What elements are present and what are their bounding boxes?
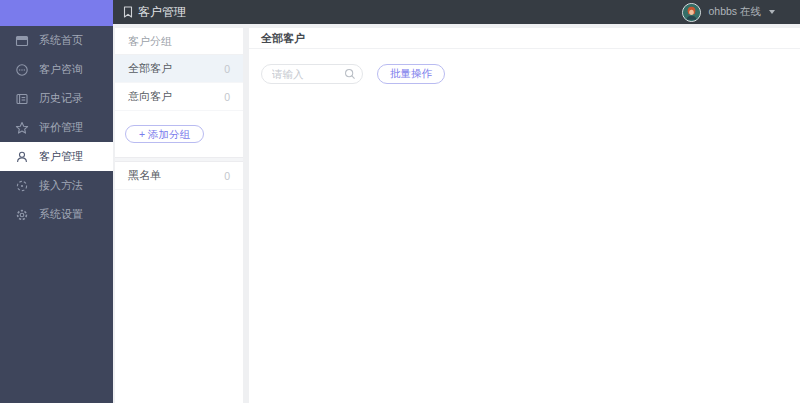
plugin-icon bbox=[15, 179, 29, 193]
group-item-blacklist[interactable]: 黑名单 0 bbox=[115, 162, 243, 190]
sidebar-item-label: 系统首页 bbox=[39, 33, 83, 48]
main-content: 全部客户 批量操作 bbox=[249, 28, 800, 403]
sidebar-item-label: 历史记录 bbox=[39, 91, 83, 106]
top-header: 客户管理 ohbbs 在线 bbox=[113, 0, 800, 24]
notebook-icon bbox=[15, 92, 29, 106]
star-icon bbox=[15, 121, 29, 135]
caret-down-icon bbox=[769, 10, 775, 14]
group-count: 0 bbox=[224, 91, 230, 103]
page-title: 客户管理 bbox=[138, 4, 186, 21]
add-group-area: + 添加分组 bbox=[115, 111, 243, 157]
sidebar-item-label: 系统设置 bbox=[39, 207, 83, 222]
user-icon bbox=[15, 150, 29, 164]
sidebar-item-review-management[interactable]: 评价管理 bbox=[0, 113, 113, 142]
group-label: 全部客户 bbox=[128, 61, 172, 76]
batch-actions-button[interactable]: 批量操作 bbox=[377, 64, 445, 84]
toolbar: 批量操作 bbox=[249, 49, 800, 84]
bookmark-icon bbox=[123, 6, 133, 18]
logo-block bbox=[0, 0, 113, 26]
page-title-wrap: 客户管理 bbox=[113, 4, 186, 21]
add-group-button[interactable]: + 添加分组 bbox=[125, 125, 204, 143]
avatar bbox=[682, 3, 701, 22]
main-title: 全部客户 bbox=[249, 28, 800, 49]
sidebar-item-label: 客户管理 bbox=[39, 149, 83, 164]
sidebar-item-history[interactable]: 历史记录 bbox=[0, 84, 113, 113]
group-item-intent-customers[interactable]: 意向客户 0 bbox=[115, 83, 243, 111]
gear-icon bbox=[15, 208, 29, 222]
search-box bbox=[261, 64, 363, 84]
group-item-all-customers[interactable]: 全部客户 0 bbox=[115, 55, 243, 83]
chat-circle-icon bbox=[15, 63, 29, 77]
username-status: ohbbs 在线 bbox=[708, 5, 761, 19]
sidebar: 系统首页 客户咨询 历史记录 评价管理 客户管理 接入方法 系统 bbox=[0, 0, 113, 403]
search-icon[interactable] bbox=[344, 68, 356, 80]
group-label: 意向客户 bbox=[128, 89, 172, 104]
sidebar-item-access-method[interactable]: 接入方法 bbox=[0, 171, 113, 200]
window-icon bbox=[15, 34, 29, 48]
group-count: 0 bbox=[224, 170, 230, 182]
group-label: 黑名单 bbox=[128, 168, 161, 183]
sidebar-item-label: 接入方法 bbox=[39, 178, 83, 193]
sidebar-item-customer-management[interactable]: 客户管理 bbox=[0, 142, 113, 171]
sidebar-item-system-settings[interactable]: 系统设置 bbox=[0, 200, 113, 229]
sidebar-item-system-home[interactable]: 系统首页 bbox=[0, 26, 113, 55]
sidebar-item-customer-consult[interactable]: 客户咨询 bbox=[0, 55, 113, 84]
sidebar-item-label: 客户咨询 bbox=[39, 62, 83, 77]
groups-panel-title: 客户分组 bbox=[115, 28, 243, 55]
group-count: 0 bbox=[224, 63, 230, 75]
sidebar-item-label: 评价管理 bbox=[39, 120, 83, 135]
customer-groups-panel: 客户分组 全部客户 0 意向客户 0 + 添加分组 黑名单 0 bbox=[115, 28, 243, 403]
user-menu[interactable]: ohbbs 在线 bbox=[682, 3, 800, 22]
